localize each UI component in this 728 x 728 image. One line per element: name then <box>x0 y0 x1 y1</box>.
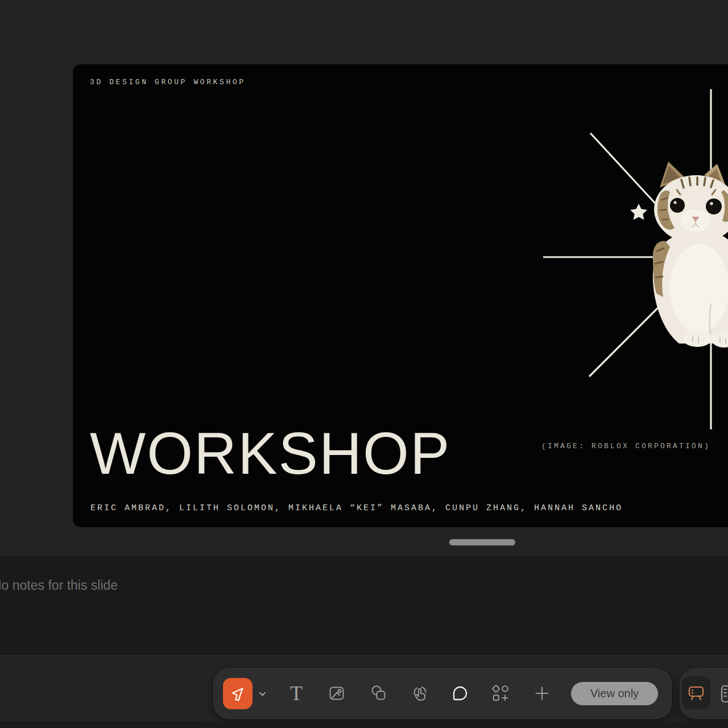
widgets-tool-button[interactable] <box>491 684 510 703</box>
presentation-board-icon <box>686 683 706 702</box>
home-indicator-strip <box>0 722 728 728</box>
chevron-down-icon <box>259 692 266 697</box>
view-mode-toolbar <box>680 668 728 719</box>
slide-drag-handle[interactable] <box>449 539 515 545</box>
tap-gesture-icon <box>410 684 429 703</box>
tool-options-chevron[interactable] <box>257 688 268 700</box>
image-tool-button[interactable] <box>327 684 346 703</box>
plus-icon <box>533 684 551 702</box>
grid-view-button[interactable] <box>719 684 728 704</box>
widgets-icon <box>491 684 510 703</box>
slide-canvas[interactable]: 3D DESIGN GROUP WORKSHOP <box>73 64 728 527</box>
cat-photo <box>647 160 728 351</box>
grid-view-icon <box>719 684 728 704</box>
slide-authors-text: ERIC AMBRAD, LILITH SOLOMON, MIKHAELA “K… <box>90 503 623 513</box>
view-only-label: View only <box>590 687 639 700</box>
move-tool-button[interactable] <box>223 678 253 709</box>
slide-title: WORKSHOP <box>90 424 450 483</box>
comment-tool-button[interactable] <box>450 684 470 703</box>
cursor-icon <box>229 685 246 702</box>
notes-panel[interactable]: No notes for this slide <box>0 556 728 655</box>
add-tool-button[interactable] <box>532 684 552 703</box>
notes-placeholder: No notes for this slide <box>0 578 118 593</box>
present-view-button[interactable] <box>682 676 710 709</box>
shape-tool-button[interactable] <box>369 684 388 703</box>
text-tool-icon: T <box>290 683 303 704</box>
image-credit-text: (IMAGE: ROBLOX CORPORATION) <box>541 442 710 450</box>
image-icon <box>328 684 346 702</box>
star-icon <box>630 204 647 220</box>
bottom-bar: T <box>0 655 728 728</box>
text-tool-button[interactable]: T <box>287 684 306 703</box>
interaction-tool-button[interactable] <box>410 684 429 703</box>
app-screen: 3D DESIGN GROUP WORKSHOP <box>0 0 728 728</box>
main-toolbar: T <box>213 668 672 719</box>
view-only-button[interactable]: View only <box>571 682 658 705</box>
comment-bubble-icon <box>451 684 469 702</box>
shapes-icon <box>370 684 388 702</box>
